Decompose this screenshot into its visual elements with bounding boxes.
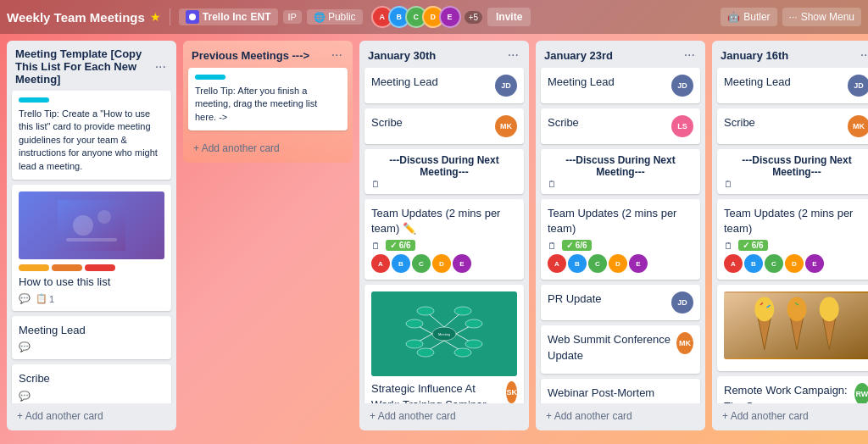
meeting-lead-card[interactable]: Meeting Lead JD [717,68,868,103]
card-title: Scribe [724,115,755,130]
column-previous: Previous Meetings ---> ··· Trello Tip: A… [183,41,353,163]
column-cards: Meeting Lead JD Scribe MK ---Discuss Dur… [712,68,868,403]
show-menu-button[interactable]: ··· Show Menu [782,8,861,26]
card-meta: 💬 [19,391,164,402]
card-avatar-row: A B C D E [371,254,517,273]
butler-button[interactable]: 🤖 Butler [721,8,776,26]
card-title: Meeting Lead [371,75,438,90]
tip-text: Trello Tip: After you finish a meeting, … [195,85,341,124]
avatar[interactable]: E [439,6,461,28]
card-title: Scribe [371,115,403,130]
add-card-button[interactable]: + Add another card [717,407,868,425]
invite-button[interactable]: Invite [487,8,531,26]
food-image-card[interactable] [717,285,868,371]
column-menu-icon[interactable]: ··· [859,47,868,63]
avatar-overflow-count: +5 [465,11,482,24]
column-menu-icon[interactable]: ··· [330,47,344,63]
count-icon: 📋 [36,293,47,304]
add-card-button[interactable]: + Add another card [541,407,700,425]
comment-meta: 💬 [19,293,31,304]
column-footer: + Add another card [183,136,353,163]
completion-badge: ✓ 6/6 [386,240,415,251]
add-card-button[interactable]: + Add another card [188,139,348,158]
add-card-button[interactable]: + Add another card [364,407,524,425]
tip-card[interactable]: Trello Tip: Create a "How to use this li… [12,91,171,180]
card-top: Scribe LS [548,115,693,137]
team-updates-card[interactable]: Team Updates (2 mins per team) 🗒 ✓ 6/6 A… [717,199,868,280]
card-avatar: B [744,254,763,273]
column-menu-icon[interactable]: ··· [506,47,520,63]
tip-card[interactable]: Trello Tip: After you finish a meeting, … [188,68,348,130]
comment-icon: 💬 [19,293,31,304]
card-avatar: A [724,254,743,273]
svg-text:Meeting: Meeting [438,332,450,336]
visibility-text: Public [328,11,356,23]
card-top: Meeting Lead JD [548,75,693,97]
column-menu-icon[interactable]: ··· [682,47,697,63]
completion-badge: ✓ 6/6 [562,240,592,251]
separator-text: ---Discuss During Next Meeting--- [724,154,868,178]
column-cards: Meeting Lead JD Scribe MK ---Discuss Dur… [359,68,529,403]
column-jan16: January 16th ··· Meeting Lead JD Scribe … [712,41,868,430]
webinar-postmortem-card[interactable]: Webinar Post-Mortem 🗒 [541,379,700,403]
workspace-button[interactable]: Trello Inc ENT [179,8,278,25]
card-title: How to use this list [19,275,164,290]
team-updates-card[interactable]: Team Updates (2 mins per team) 🗒 ✓ 6/6 A… [541,199,700,280]
card-top: Meeting Lead JD [371,75,517,97]
board-title: Weekly Team Meetings [7,10,145,25]
card-title: Strategic Influence At Work: Training Se… [371,381,501,403]
meeting-lead-card[interactable]: Meeting Lead 💬 [12,316,171,359]
separator-card: ---Discuss During Next Meeting--- 🗒 [717,149,868,194]
card-avatar: D [609,254,627,273]
column-menu-icon[interactable]: ··· [153,59,168,75]
card-title: Team Updates (2 mins per team) [724,206,868,236]
board: Meeting Template [Copy This List For Eac… [0,34,868,444]
add-card-button[interactable]: + Add another card [12,407,171,425]
card-top: PR Update JD [548,291,693,314]
svg-point-19 [417,348,434,357]
separator-text: ---Discuss During Next Meeting--- [548,154,693,178]
visibility-button[interactable]: 🌐 Public [307,9,363,25]
count-meta: 📋 1 [36,293,54,304]
card-title-area: Team Updates (2 mins per team) ✏️ [371,206,517,240]
card-image [19,191,164,259]
pr-update-card[interactable]: PR Update JD [541,285,700,320]
card-title: Remote Work Campaign: The Scoop [724,383,849,403]
ip-badge[interactable]: IP [283,10,302,24]
column-footer: + Add another card [536,403,705,430]
meeting-lead-card[interactable]: Meeting Lead JD [541,68,700,103]
svg-rect-3 [66,238,117,241]
card-title: Meeting Lead [548,75,615,90]
card-top: Team Updates (2 mins per team) ✏️ [371,206,517,240]
card-avatar: E [629,254,648,273]
team-updates-card[interactable]: Team Updates (2 mins per team) ✏️ 🗒 ✓ 6/… [364,199,524,280]
web-summit-card[interactable]: Web Summit Conference Update MK [541,325,700,373]
how-to-use-card[interactable]: How to use this list 💬 📋 1 [12,185,171,311]
butler-icon: 🤖 [727,11,740,23]
svg-point-29 [820,297,839,322]
meeting-lead-card[interactable]: Meeting Lead JD [364,68,524,103]
scribe-card[interactable]: Scribe LS [541,108,700,144]
card-top: Scribe MK [724,115,868,137]
separator-card: ---Discuss During Next Meeting--- 🗒 [541,149,700,194]
scribe-card[interactable]: Scribe MK [717,108,868,144]
column-title: Previous Meetings ---> [192,49,330,62]
card-image [724,291,868,359]
card-title: Scribe [19,371,164,386]
column-title: January 30th [368,49,506,62]
star-icon[interactable]: ★ [150,10,161,24]
card-title: Team Updates (2 mins per team) ✏️ [371,206,517,236]
scribe-card[interactable]: Scribe MK [364,108,524,144]
column-jan23: January 23rd ··· Meeting Lead JD Scribe … [536,41,705,430]
comment-icon: 💬 [19,341,31,352]
strategic-influence-card[interactable]: Meeting [364,285,524,403]
card-avatar: B [568,254,587,273]
card-avatar: C [412,254,431,273]
svg-point-17 [465,319,482,328]
card-title: Meeting Lead [724,75,791,90]
workspace-icon [186,10,199,24]
card-avatar: JD [495,75,517,97]
remote-work-card[interactable]: Remote Work Campaign: The Scoop RW 🗒 📋 1 [717,376,868,403]
separator-icon: 🗒 [371,180,517,189]
scribe-card[interactable]: Scribe 💬 [12,364,171,403]
